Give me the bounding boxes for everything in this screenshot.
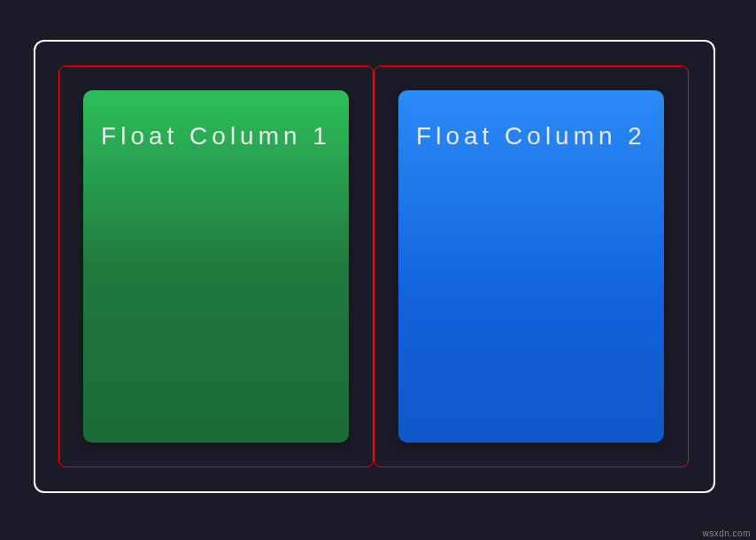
float-wrapper-2: Float Column 2 xyxy=(374,66,689,467)
float-column-1: Float Column 1 xyxy=(83,90,349,443)
float-wrapper-1: Float Column 1 xyxy=(58,66,374,467)
float-column-2-title: Float Column 2 xyxy=(416,115,646,158)
float-column-2: Float Column 2 xyxy=(398,90,664,443)
watermark: wsxdn.com xyxy=(702,528,751,538)
float-column-1-title: Float Column 1 xyxy=(101,115,331,158)
